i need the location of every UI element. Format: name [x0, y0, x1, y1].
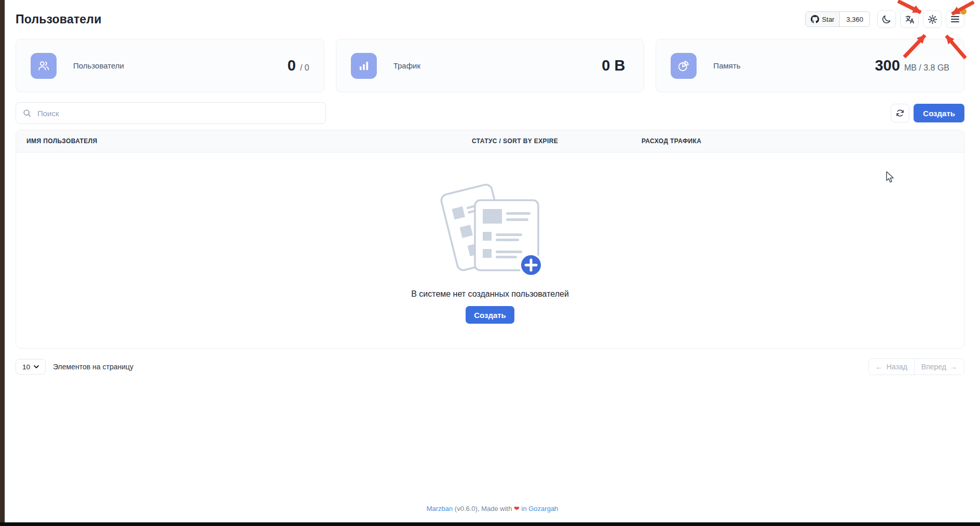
toolbar: Создать [16, 102, 964, 124]
page-size-select[interactable]: 10 [16, 359, 46, 375]
search-box[interactable] [16, 102, 326, 124]
empty-state-create-button[interactable]: Создать [466, 306, 514, 324]
next-page-button[interactable]: Вперед → [914, 359, 964, 375]
heart-icon: ❤ [514, 505, 520, 513]
stat-value-secondary: MB / 3.8 GB [904, 63, 949, 73]
pagination-bar: 10 Элементов на страницу ← Назад Вперед … [16, 358, 964, 375]
stat-value: 0 B [602, 57, 629, 74]
stat-value: 300 MB / 3.8 GB [875, 57, 949, 74]
page-title: Пользователи [16, 12, 102, 26]
column-header-status-sort[interactable]: СТАТУС / SORT BY EXPIRE [472, 137, 642, 145]
next-page-label: Вперед [921, 363, 946, 371]
column-header-username: ИМЯ ПОЛЬЗОВАТЕЛЯ [16, 137, 472, 145]
stat-card-traffic: Трафик 0 B [336, 39, 645, 92]
users-icon [31, 53, 57, 79]
gear-icon [928, 15, 937, 24]
search-input[interactable] [36, 108, 319, 118]
left-edge-strip [0, 0, 5, 526]
stat-label: Пользователи [73, 61, 124, 70]
users-table: ИМЯ ПОЛЬЗОВАТЕЛЯ СТАТУС / SORT BY EXPIRE… [16, 130, 964, 349]
footer-version-text: (v0.6.0), Made with [453, 505, 514, 513]
stat-card-memory: Память 300 MB / 3.8 GB [656, 39, 964, 92]
prev-page-button[interactable]: ← Назад [869, 359, 914, 375]
stat-value-main: 0 [288, 57, 296, 74]
empty-state-message: В системе нет созданных пользователей [411, 289, 569, 299]
stat-label: Трафик [393, 61, 420, 70]
footer-location-link[interactable]: Gozargah [528, 505, 558, 513]
marzban-dashboard: Пользователи Star 3,360 [0, 0, 980, 526]
menu-button[interactable] [946, 10, 964, 28]
create-user-button[interactable]: Создать [914, 104, 964, 122]
moon-icon [882, 15, 891, 24]
toolbar-actions: Создать [891, 104, 964, 122]
translate-icon [905, 15, 915, 24]
refresh-icon [895, 108, 905, 118]
pager-group: ← Назад Вперед → [868, 358, 964, 375]
stat-card-users: Пользователи 0 / 0 [16, 39, 324, 92]
add-circle-icon [520, 254, 542, 276]
footer-brand-link[interactable]: Marzban [427, 505, 453, 513]
settings-button[interactable] [923, 10, 942, 28]
right-arrow-icon: → [950, 363, 957, 371]
chevron-down-icon [34, 365, 39, 369]
left-arrow-icon: ← [876, 363, 883, 371]
github-star-button[interactable]: Star [806, 12, 840, 26]
github-star-label: Star [822, 16, 835, 23]
stats-row: Пользователи 0 / 0 Трафик 0 B [16, 39, 964, 92]
github-star-badge[interactable]: Star 3,360 [805, 11, 870, 27]
main-content: Пользователи Star 3,360 [5, 7, 980, 375]
empty-state: В системе нет созданных пользователей Со… [16, 153, 964, 324]
page-size-value: 10 [22, 363, 30, 371]
empty-documents-illustration [434, 179, 546, 283]
hamburger-icon [950, 16, 960, 23]
stat-label: Память [713, 61, 740, 70]
language-button[interactable] [900, 10, 919, 28]
stat-value-secondary: / 0 [300, 63, 309, 73]
github-icon [811, 15, 819, 23]
footer: Marzban (v0.6.0), Made with ❤ in Gozarga… [5, 505, 980, 513]
memory-icon [671, 53, 697, 79]
footer-in-text: in [520, 505, 528, 513]
topbar-actions: Star 3,360 [805, 10, 964, 28]
table-header-row: ИМЯ ПОЛЬЗОВАТЕЛЯ СТАТУС / SORT BY EXPIRE… [16, 130, 964, 153]
column-header-traffic: РАСХОД ТРАФИКА [642, 137, 964, 145]
topbar: Пользователи Star 3,360 [16, 7, 964, 31]
stat-value-main: 0 B [602, 57, 625, 74]
items-per-page-label: Элементов на страницу [53, 363, 133, 371]
dark-mode-button[interactable] [877, 10, 896, 28]
notification-dot [960, 8, 967, 15]
stat-value-main: 300 [875, 57, 900, 74]
prev-page-label: Назад [887, 363, 907, 371]
stat-value: 0 / 0 [288, 57, 309, 74]
refresh-button[interactable] [891, 104, 909, 122]
search-icon [22, 108, 32, 118]
traffic-icon [351, 53, 377, 79]
bottom-edge-strip [0, 522, 980, 526]
github-star-count[interactable]: 3,360 [840, 12, 869, 26]
